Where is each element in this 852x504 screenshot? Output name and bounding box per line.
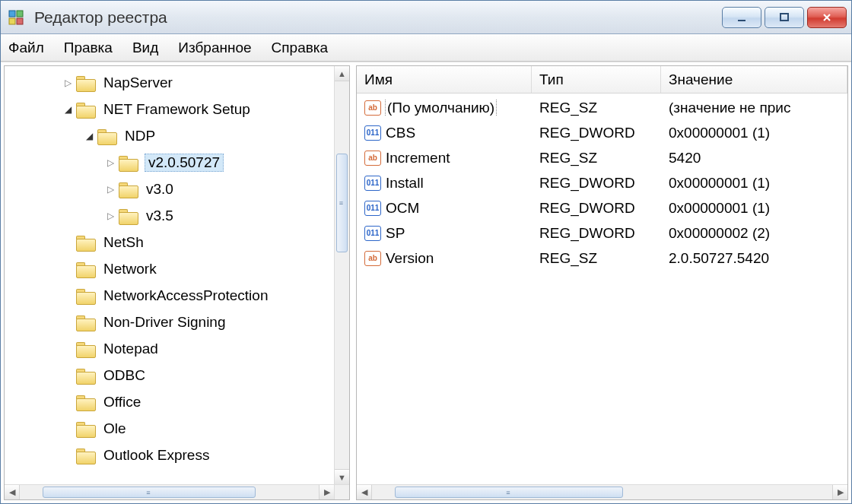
registry-tree[interactable]: ▷NapServer◢NET Framework Setup◢NDP▷v2.0.…	[5, 66, 334, 471]
scroll-thumb[interactable]: ≡	[336, 154, 348, 252]
tree-item-label: ODBC	[102, 367, 147, 384]
tree-item[interactable]: ◢NDP	[5, 122, 334, 149]
tree-item[interactable]: Ole	[5, 415, 334, 442]
menu-file[interactable]: Файл	[8, 40, 44, 56]
chevron-down-icon[interactable]: ◢	[84, 131, 94, 141]
tree-horizontal-scrollbar[interactable]: ◀ ≡ ▶	[5, 484, 334, 499]
menu-view[interactable]: Вид	[132, 40, 158, 56]
tree-item-label: Outlook Express	[102, 447, 211, 464]
scroll-down-icon[interactable]: ▼	[335, 469, 349, 484]
titlebar[interactable]: Редактор реестра	[1, 1, 851, 34]
value-type: REG_DWORD	[532, 175, 661, 192]
value-data: 2.0.50727.5420	[661, 250, 847, 267]
chevron-right-icon[interactable]: ▷	[105, 184, 116, 195]
tree-glyph-none	[62, 290, 73, 301]
values-list[interactable]: ab(По умолчанию)REG_SZ(значение не прис0…	[357, 94, 847, 272]
value-name: CBS	[386, 125, 415, 141]
tree-item[interactable]: ◢NET Framework Setup	[5, 96, 334, 122]
folder-icon	[76, 101, 96, 118]
menu-help[interactable]: Справка	[272, 40, 329, 56]
column-header-type[interactable]: Тип	[532, 66, 661, 93]
tree-glyph-none	[62, 317, 73, 328]
minimize-button[interactable]	[722, 7, 761, 28]
value-data: 0x00000001 (1)	[661, 200, 847, 217]
value-type: REG_DWORD	[532, 200, 661, 217]
value-name: SP	[386, 225, 405, 242]
scroll-right-icon[interactable]: ▶	[319, 485, 334, 499]
tree-item[interactable]: ▷NapServer	[5, 69, 334, 96]
value-type: REG_DWORD	[532, 225, 661, 242]
chevron-down-icon[interactable]: ◢	[62, 104, 73, 115]
list-row[interactable]: abVersionREG_SZ2.0.50727.5420	[357, 246, 847, 271]
maximize-button[interactable]	[765, 7, 804, 28]
svg-rect-1	[17, 11, 23, 17]
folder-icon	[76, 261, 96, 277]
svg-rect-3	[17, 18, 23, 24]
tree-item[interactable]: Network	[5, 255, 334, 282]
value-data: 0x00000001 (1)	[661, 125, 847, 141]
tree-item[interactable]: ODBC	[5, 362, 334, 388]
scroll-thumb[interactable]: ≡	[43, 487, 256, 498]
tree-vertical-scrollbar[interactable]: ▲ ≡ ▼	[334, 66, 349, 484]
tree-item[interactable]: Notepad	[5, 335, 334, 362]
tree-item[interactable]: Outlook Express	[5, 442, 334, 468]
window-title: Редактор реестра	[34, 8, 722, 27]
value-name: OCM	[386, 200, 419, 217]
chevron-right-icon[interactable]: ▷	[105, 211, 116, 221]
tree-item-label: Ole	[102, 420, 128, 437]
folder-icon	[76, 287, 96, 304]
value-type: REG_SZ	[532, 100, 661, 116]
close-button[interactable]	[807, 7, 847, 28]
list-horizontal-scrollbar[interactable]: ◀ ≡ ▶	[357, 484, 847, 499]
list-row[interactable]: 011CBSREG_DWORD0x00000001 (1)	[357, 120, 847, 145]
tree-item-label: v3.5	[145, 208, 175, 224]
svg-rect-5	[780, 14, 788, 21]
value-name: (По умолчанию)	[386, 100, 496, 116]
scroll-left-icon[interactable]: ◀	[357, 485, 372, 499]
folder-icon	[119, 208, 138, 224]
value-name: Install	[386, 175, 424, 192]
chevron-right-icon[interactable]: ▷	[105, 157, 116, 168]
scroll-up-icon[interactable]: ▲	[335, 66, 349, 81]
value-data: (значение не прис	[661, 100, 847, 116]
list-row[interactable]: 011OCMREG_DWORD0x00000001 (1)	[357, 195, 847, 220]
column-header-data[interactable]: Значение	[661, 66, 847, 93]
folder-icon	[76, 314, 96, 331]
values-pane: Имя Тип Значение ab(По умолчанию)REG_SZ(…	[356, 65, 848, 500]
folder-icon	[76, 420, 96, 437]
tree-item[interactable]: Office	[5, 388, 334, 415]
svg-rect-2	[9, 18, 15, 24]
chevron-right-icon[interactable]: ▷	[62, 78, 73, 88]
tree-item[interactable]: ▷v3.0	[5, 176, 334, 202]
tree-item-label: NapServer	[102, 74, 174, 91]
svg-rect-4	[738, 20, 746, 21]
menu-edit[interactable]: Правка	[64, 40, 113, 56]
tree-glyph-none	[62, 423, 73, 434]
tree-item[interactable]: ▷v2.0.50727	[5, 149, 334, 176]
tree-item-label: v3.0	[145, 181, 175, 198]
list-row[interactable]: 011InstallREG_DWORD0x00000001 (1)	[357, 170, 847, 195]
string-value-icon: ab	[364, 100, 381, 116]
tree-glyph-none	[62, 397, 73, 407]
folder-icon	[76, 234, 96, 251]
tree-item-label: NetSh	[102, 234, 145, 251]
dword-value-icon: 011	[364, 125, 381, 141]
column-header-name[interactable]: Имя	[357, 66, 532, 93]
list-row[interactable]: 011SPREG_DWORD0x00000002 (2)	[357, 220, 847, 246]
client-area: ▷NapServer◢NET Framework Setup◢NDP▷v2.0.…	[1, 62, 851, 503]
tree-item[interactable]: NetSh	[5, 229, 334, 255]
folder-icon	[119, 181, 138, 198]
tree-item[interactable]: NetworkAccessProtection	[5, 282, 334, 309]
list-row[interactable]: ab(По умолчанию)REG_SZ(значение не прис	[357, 95, 847, 120]
value-data: 0x00000002 (2)	[661, 225, 847, 242]
list-header: Имя Тип Значение	[357, 66, 847, 94]
scroll-left-icon[interactable]: ◀	[5, 485, 20, 499]
menu-favorites[interactable]: Избранное	[178, 40, 251, 56]
tree-item[interactable]: Non-Driver Signing	[5, 309, 334, 335]
string-value-icon: ab	[364, 151, 381, 166]
dword-value-icon: 011	[364, 176, 381, 191]
scroll-thumb[interactable]: ≡	[395, 487, 623, 498]
tree-item[interactable]: ▷v3.5	[5, 202, 334, 229]
scroll-right-icon[interactable]: ▶	[832, 485, 847, 499]
list-row[interactable]: abIncrementREG_SZ5420	[357, 145, 847, 170]
